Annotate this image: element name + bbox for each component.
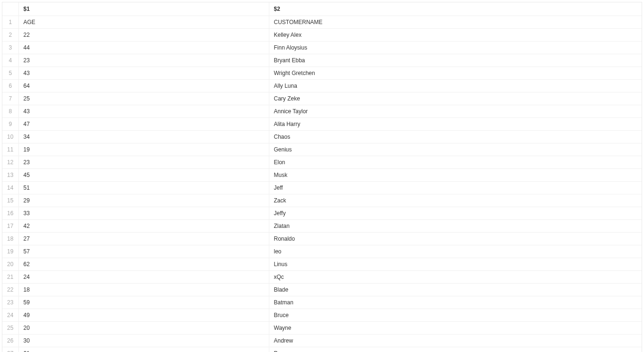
cell-col2[interactable]: leo — [269, 245, 642, 258]
cell-col1[interactable]: 43 — [18, 67, 269, 79]
table-row[interactable]: 2062Linus — [2, 258, 642, 270]
row-number[interactable]: 3 — [2, 41, 18, 54]
table-row[interactable]: 1633Jeffy — [2, 207, 642, 219]
cell-col2[interactable]: Wright Gretchen — [269, 67, 642, 79]
cell-col2[interactable]: Kelley Alex — [269, 28, 642, 41]
cell-col1[interactable]: 23 — [18, 156, 269, 168]
cell-col2[interactable]: Elon — [269, 156, 642, 168]
cell-col2[interactable]: Finn Aloysius — [269, 41, 642, 54]
cell-col2[interactable]: Jeffy — [269, 207, 642, 219]
row-number[interactable]: 10 — [2, 130, 18, 143]
cell-col2[interactable]: Bryant Ebba — [269, 54, 642, 67]
column-header-1[interactable]: $1 — [18, 2, 269, 16]
row-number[interactable]: 26 — [2, 334, 18, 347]
cell-col1[interactable]: 62 — [18, 258, 269, 270]
cell-col2[interactable]: Cary Zeke — [269, 92, 642, 105]
cell-col1[interactable]: 51 — [18, 181, 269, 194]
table-row[interactable]: 423Bryant Ebba — [2, 54, 642, 67]
table-row[interactable]: 843Annice Taylor — [2, 105, 642, 117]
table-row[interactable]: 1529Zack — [2, 194, 642, 207]
cell-col1[interactable]: 20 — [18, 321, 269, 334]
row-number[interactable]: 11 — [2, 143, 18, 156]
table-row[interactable]: 2449Bruce — [2, 309, 642, 321]
row-number[interactable]: 2 — [2, 28, 18, 41]
cell-col2[interactable]: Musk — [269, 168, 642, 181]
table-row[interactable]: 2124xQc — [2, 270, 642, 283]
row-number[interactable]: 16 — [2, 207, 18, 219]
row-number[interactable]: 5 — [2, 67, 18, 79]
table-row[interactable]: 2359Batman — [2, 296, 642, 309]
cell-col1[interactable]: 33 — [18, 207, 269, 219]
row-number[interactable]: 24 — [2, 309, 18, 321]
cell-col2[interactable]: Alita Harry — [269, 117, 642, 130]
row-number[interactable]: 9 — [2, 117, 18, 130]
cell-col1[interactable]: 57 — [18, 245, 269, 258]
cell-col1[interactable]: 30 — [18, 334, 269, 347]
table-row[interactable]: 1223Elon — [2, 156, 642, 168]
table-row[interactable]: 222Kelley Alex — [2, 28, 642, 41]
cell-col2[interactable]: Wayne — [269, 321, 642, 334]
row-number[interactable]: 14 — [2, 181, 18, 194]
cell-col2[interactable]: Zack — [269, 194, 642, 207]
row-number-header[interactable] — [2, 2, 18, 16]
cell-col1[interactable]: 47 — [18, 117, 269, 130]
cell-col2[interactable]: Ronaldo — [269, 232, 642, 245]
row-number[interactable]: 12 — [2, 156, 18, 168]
row-number[interactable]: 27 — [2, 347, 18, 352]
cell-col1[interactable]: 59 — [18, 296, 269, 309]
cell-col1[interactable]: AGE — [18, 16, 269, 28]
cell-col2[interactable]: CUSTOMERNAME — [269, 16, 642, 28]
cell-col1[interactable]: 64 — [18, 79, 269, 92]
table-row[interactable]: 1742Zlatan — [2, 219, 642, 232]
row-number[interactable]: 22 — [2, 283, 18, 296]
cell-col1[interactable]: 27 — [18, 232, 269, 245]
table-row[interactable]: 2761Pop — [2, 347, 642, 352]
row-number[interactable]: 15 — [2, 194, 18, 207]
row-number[interactable]: 6 — [2, 79, 18, 92]
table-row[interactable]: 2218Blade — [2, 283, 642, 296]
cell-col1[interactable]: 22 — [18, 28, 269, 41]
row-number[interactable]: 17 — [2, 219, 18, 232]
row-number[interactable]: 13 — [2, 168, 18, 181]
row-number[interactable]: 8 — [2, 105, 18, 117]
cell-col2[interactable]: Jeff — [269, 181, 642, 194]
row-number[interactable]: 21 — [2, 270, 18, 283]
table-row[interactable]: 344Finn Aloysius — [2, 41, 642, 54]
table-row[interactable]: 1451Jeff — [2, 181, 642, 194]
cell-col1[interactable]: 25 — [18, 92, 269, 105]
table-row[interactable]: 1AGECUSTOMERNAME — [2, 16, 642, 28]
cell-col1[interactable]: 42 — [18, 219, 269, 232]
table-row[interactable]: 2630Andrew — [2, 334, 642, 347]
cell-col1[interactable]: 45 — [18, 168, 269, 181]
cell-col1[interactable]: 23 — [18, 54, 269, 67]
row-number[interactable]: 7 — [2, 92, 18, 105]
cell-col2[interactable]: xQc — [269, 270, 642, 283]
row-number[interactable]: 1 — [2, 16, 18, 28]
table-row[interactable]: 1034Chaos — [2, 130, 642, 143]
cell-col2[interactable]: Bruce — [269, 309, 642, 321]
table-row[interactable]: 1957leo — [2, 245, 642, 258]
table-row[interactable]: 543Wright Gretchen — [2, 67, 642, 79]
cell-col1[interactable]: 18 — [18, 283, 269, 296]
cell-col2[interactable]: Andrew — [269, 334, 642, 347]
cell-col2[interactable]: Chaos — [269, 130, 642, 143]
table-row[interactable]: 664Ally Luna — [2, 79, 642, 92]
cell-col1[interactable]: 43 — [18, 105, 269, 117]
table-row[interactable]: 725Cary Zeke — [2, 92, 642, 105]
cell-col1[interactable]: 34 — [18, 130, 269, 143]
cell-col1[interactable]: 61 — [18, 347, 269, 352]
cell-col2[interactable]: Batman — [269, 296, 642, 309]
table-row[interactable]: 1119Genius — [2, 143, 642, 156]
cell-col2[interactable]: Annice Taylor — [269, 105, 642, 117]
cell-col1[interactable]: 19 — [18, 143, 269, 156]
cell-col2[interactable]: Pop — [269, 347, 642, 352]
table-row[interactable]: 1345Musk — [2, 168, 642, 181]
cell-col2[interactable]: Linus — [269, 258, 642, 270]
cell-col2[interactable]: Zlatan — [269, 219, 642, 232]
table-row[interactable]: 1827Ronaldo — [2, 232, 642, 245]
cell-col1[interactable]: 49 — [18, 309, 269, 321]
cell-col2[interactable]: Blade — [269, 283, 642, 296]
column-header-2[interactable]: $2 — [269, 2, 642, 16]
table-row[interactable]: 947Alita Harry — [2, 117, 642, 130]
row-number[interactable]: 25 — [2, 321, 18, 334]
